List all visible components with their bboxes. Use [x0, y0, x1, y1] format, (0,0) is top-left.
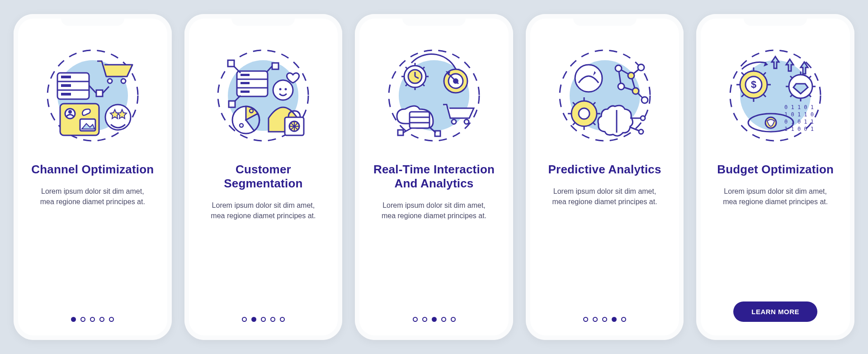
svg-point-78: [618, 83, 624, 90]
svg-line-116: [809, 76, 811, 78]
svg-point-92: [641, 116, 645, 120]
onboarding-card: Predictive Analytics Lorem ipsum dolor s…: [526, 14, 684, 340]
onboarding-card: Channel Optimization Lorem ipsum dolor s…: [14, 14, 172, 340]
page-dots: [583, 317, 626, 322]
svg-line-104: [741, 72, 744, 75]
dot[interactable]: [422, 317, 427, 322]
real-time-interaction-icon: [380, 41, 488, 150]
svg-rect-63: [435, 131, 440, 136]
dot[interactable]: [242, 317, 247, 322]
card-title: Budget Optimization: [717, 163, 834, 177]
card-body: Lorem ipsum dolor sit dim amet, mea regi…: [204, 201, 322, 221]
svg-point-75: [615, 65, 622, 72]
phone-notch: [573, 14, 637, 26]
dot[interactable]: [90, 317, 95, 322]
svg-point-77: [638, 64, 644, 71]
svg-point-13: [121, 79, 126, 83]
svg-point-61: [464, 120, 469, 124]
dot[interactable]: [261, 317, 266, 322]
svg-point-10: [68, 110, 72, 114]
dot[interactable]: [432, 317, 437, 322]
dot[interactable]: [612, 317, 617, 322]
svg-rect-26: [228, 60, 234, 67]
page-dots: [413, 317, 456, 322]
dot[interactable]: [280, 317, 285, 322]
svg-line-89: [573, 123, 575, 125]
svg-rect-28: [229, 101, 235, 107]
svg-rect-15: [96, 90, 103, 96]
svg-point-82: [579, 108, 590, 119]
svg-rect-5: [61, 76, 71, 78]
dot[interactable]: [80, 317, 85, 322]
svg-text:1 1 0 0 1: 1 1 0 0 1: [784, 126, 814, 132]
svg-point-94: [639, 129, 643, 134]
dot[interactable]: [270, 317, 275, 322]
onboarding-card: Customer Segmentation Lorem ipsum dolor …: [184, 14, 343, 340]
phone-notch: [231, 14, 295, 26]
card-body: Lorem ipsum dolor sit dim amet, mea regi…: [375, 201, 493, 221]
svg-text:$: $: [751, 79, 756, 90]
svg-point-35: [273, 80, 293, 100]
card-body: Lorem ipsum dolor sit dim amet, mea regi…: [34, 187, 151, 207]
onboarding-card: $: [696, 14, 854, 340]
svg-rect-62: [398, 130, 403, 135]
card-title: Real-Time Interaction And Analytics: [370, 163, 498, 191]
svg-point-80: [642, 97, 648, 103]
svg-rect-27: [272, 63, 278, 69]
svg-point-37: [285, 88, 287, 91]
predictive-analytics-icon: [551, 41, 659, 150]
budget-optimization-icon: $: [721, 41, 830, 150]
svg-rect-24: [241, 82, 250, 84]
svg-rect-57: [410, 112, 429, 128]
svg-text:0 1 1 0 1: 0 1 1 0 1: [784, 104, 814, 110]
dot[interactable]: [109, 317, 114, 322]
onboarding-card: Real-Time Interaction And Analytics Lore…: [355, 14, 513, 340]
phone-notch: [402, 14, 466, 26]
dot[interactable]: [413, 317, 418, 322]
card-body: Lorem ipsum dolor sit dim amet, mea regi…: [546, 187, 664, 207]
svg-line-47: [406, 67, 407, 69]
svg-line-93: [630, 127, 639, 131]
card-title: Customer Segmentation: [200, 163, 327, 191]
svg-text:0 1 0 1 1: 0 1 0 1 1: [784, 119, 814, 125]
customer-segmentation-icon: [209, 41, 317, 150]
dot[interactable]: [451, 317, 456, 322]
card-title: Predictive Analytics: [548, 163, 661, 177]
svg-point-12: [108, 79, 112, 83]
dot[interactable]: [583, 317, 588, 322]
channel-optimization-icon: [38, 41, 147, 150]
svg-rect-7: [61, 93, 71, 96]
dot[interactable]: [593, 317, 598, 322]
svg-point-68: [575, 65, 602, 92]
learn-more-button[interactable]: LEARN MORE: [733, 301, 817, 322]
dot[interactable]: [621, 317, 626, 322]
svg-rect-25: [241, 91, 250, 93]
dot[interactable]: [441, 317, 446, 322]
svg-rect-6: [61, 84, 71, 87]
svg-point-79: [632, 88, 639, 94]
page-dots: [242, 317, 285, 322]
phone-notch: [61, 14, 124, 26]
page-dots: [71, 317, 114, 322]
svg-point-60: [452, 120, 456, 124]
svg-rect-23: [241, 74, 250, 76]
svg-point-14: [105, 105, 131, 130]
svg-point-36: [279, 88, 282, 91]
dot[interactable]: [99, 317, 104, 322]
dot[interactable]: [71, 317, 76, 322]
card-title: Channel Optimization: [31, 163, 154, 177]
dot[interactable]: [251, 317, 256, 322]
card-body: Lorem ipsum dolor sit dim amet, mea regi…: [717, 187, 834, 207]
phone-notch: [744, 14, 807, 26]
dot[interactable]: [602, 317, 607, 322]
svg-point-76: [628, 72, 634, 79]
